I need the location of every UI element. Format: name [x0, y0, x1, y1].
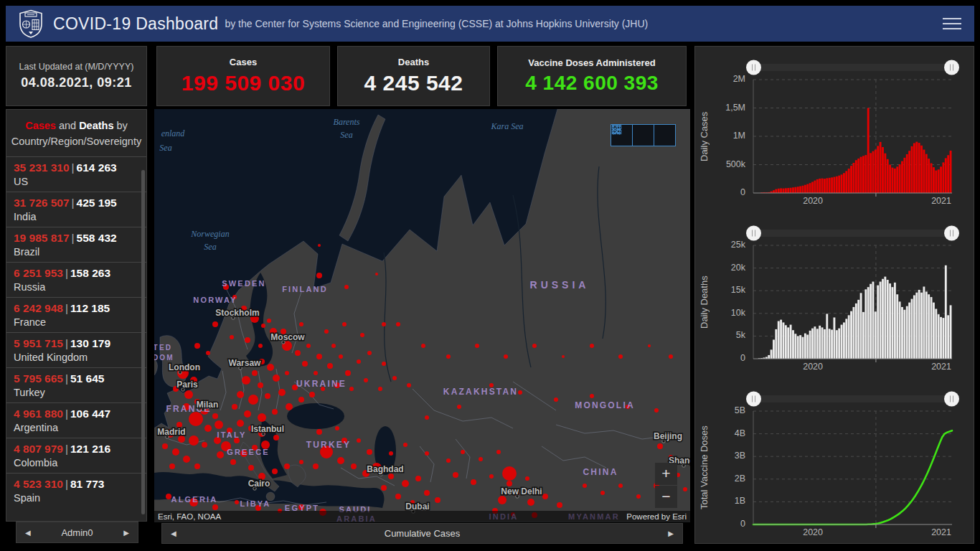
country-row[interactable]: 31 726 507|425 195India: [6, 192, 146, 227]
case-bubble[interactable]: [489, 474, 494, 479]
case-bubble[interactable]: [183, 456, 190, 463]
case-bubble[interactable]: [342, 322, 347, 326]
case-bubble[interactable]: [446, 458, 451, 463]
case-bubble[interactable]: [461, 450, 465, 454]
country-row[interactable]: 19 985 817|558 432Brazil: [6, 227, 146, 262]
case-bubble[interactable]: [407, 383, 411, 387]
case-bubble[interactable]: [189, 412, 203, 426]
case-bubble[interactable]: [235, 500, 239, 504]
case-bubble[interactable]: [202, 442, 207, 448]
case-bubble[interactable]: [172, 448, 179, 456]
case-bubble[interactable]: [318, 244, 321, 247]
case-bubble[interactable]: [542, 494, 548, 499]
case-bubble[interactable]: [302, 361, 308, 367]
country-row[interactable]: 4 523 310|81 773Spain: [6, 473, 146, 508]
case-bubble[interactable]: [351, 463, 357, 469]
case-bubble[interactable]: [395, 494, 401, 499]
case-bubble[interactable]: [618, 484, 623, 488]
case-bubble[interactable]: [212, 413, 218, 419]
case-bubble[interactable]: [230, 335, 234, 339]
country-row[interactable]: 6 251 953|158 263Russia: [6, 262, 146, 297]
case-bubble[interactable]: [590, 394, 594, 398]
case-bubble[interactable]: [206, 351, 210, 355]
case-bubble[interactable]: [590, 344, 594, 348]
case-bubble[interactable]: [532, 344, 537, 348]
case-bubble[interactable]: [683, 487, 687, 491]
world-map[interactable]: BarentsSeaKara SeaNorwegianSeaenlandSeaN…: [154, 109, 690, 522]
slider-handle-right[interactable]: [944, 60, 959, 75]
case-bubble[interactable]: [278, 389, 286, 396]
pager-next-button[interactable]: ▶: [115, 529, 138, 537]
case-bubble[interactable]: [388, 474, 394, 479]
case-bubble[interactable]: [204, 425, 212, 432]
time-range-slider[interactable]: [753, 395, 952, 402]
slider-handle-left[interactable]: [746, 226, 761, 241]
case-bubble[interactable]: [502, 466, 517, 481]
case-bubble[interactable]: [258, 413, 266, 422]
case-bubble[interactable]: [261, 324, 265, 328]
case-bubble[interactable]: [184, 390, 193, 399]
case-bubble[interactable]: [335, 426, 339, 430]
case-bubble[interactable]: [498, 496, 507, 504]
case-bubble[interactable]: [479, 457, 483, 461]
case-bubble[interactable]: [389, 451, 393, 456]
case-bubble[interactable]: [446, 354, 451, 359]
case-bubble[interactable]: [402, 480, 409, 487]
case-bubble[interactable]: [381, 485, 387, 491]
case-bubble[interactable]: [244, 410, 251, 418]
case-bubble[interactable]: [496, 450, 501, 454]
case-bubble[interactable]: [345, 370, 351, 376]
case-bubble[interactable]: [267, 364, 274, 371]
case-bubble[interactable]: [316, 273, 322, 278]
case-bubble[interactable]: [306, 344, 311, 348]
case-bubble[interactable]: [331, 344, 336, 348]
case-bubble[interactable]: [378, 387, 382, 391]
case-bubble[interactable]: [212, 321, 218, 327]
case-bubble[interactable]: [273, 435, 279, 441]
case-bubble[interactable]: [285, 371, 289, 375]
slider-handle-right[interactable]: [944, 392, 959, 407]
case-bubble[interactable]: [245, 337, 250, 343]
case-bubble[interactable]: [298, 397, 304, 402]
country-row[interactable]: 35 231 310|614 263US: [6, 156, 146, 192]
case-bubble[interactable]: [392, 376, 397, 380]
case-bubble[interactable]: [382, 362, 386, 366]
country-row[interactable]: 5 951 715|130 179United Kingdom: [6, 332, 146, 367]
case-bubble[interactable]: [583, 484, 587, 488]
case-bubble[interactable]: [375, 273, 378, 276]
case-bubble[interactable]: [360, 333, 364, 337]
case-bubble[interactable]: [648, 344, 651, 347]
case-bubble[interactable]: [654, 408, 659, 413]
pager-prev-button[interactable]: ◀: [17, 529, 39, 537]
case-bubble[interactable]: [669, 354, 673, 359]
case-bubble[interactable]: [337, 457, 344, 464]
case-bubble[interactable]: [453, 472, 458, 478]
list-scrollbar[interactable]: [141, 170, 145, 514]
case-bubble[interactable]: [618, 354, 623, 359]
case-bubble[interactable]: [267, 319, 271, 323]
zoom-out-button[interactable]: −: [655, 486, 677, 508]
case-bubble[interactable]: [258, 344, 263, 348]
plot-area[interactable]: [753, 245, 952, 359]
case-bubble[interactable]: [217, 451, 224, 458]
case-bubble[interactable]: [212, 504, 218, 510]
case-bubble[interactable]: [242, 376, 250, 385]
case-bubble[interactable]: [557, 502, 562, 508]
case-bubble[interactable]: [339, 354, 343, 359]
case-bubble[interactable]: [284, 463, 290, 469]
case-bubble[interactable]: [215, 420, 223, 429]
case-bubble[interactable]: [169, 463, 175, 469]
case-bubble[interactable]: [367, 351, 372, 355]
case-bubble[interactable]: [421, 344, 425, 348]
case-bubble[interactable]: [252, 370, 258, 376]
case-bubble[interactable]: [189, 435, 199, 446]
case-bubble[interactable]: [232, 404, 237, 410]
country-row[interactable]: 6 242 948|112 185France: [6, 297, 146, 332]
country-row[interactable]: 4 961 880|106 447Argentina: [6, 402, 146, 438]
case-bubble[interactable]: [518, 390, 522, 395]
case-bubble[interactable]: [162, 443, 168, 449]
case-bubble[interactable]: [265, 393, 270, 399]
case-bubble[interactable]: [475, 344, 479, 348]
case-bubble[interactable]: [316, 429, 322, 435]
slider-handle-left[interactable]: [746, 60, 761, 75]
